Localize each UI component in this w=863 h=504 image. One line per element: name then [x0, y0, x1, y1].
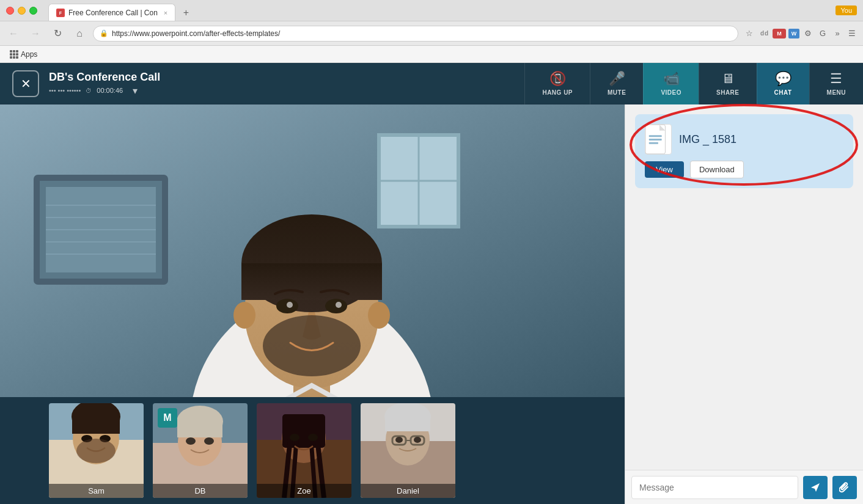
microphone-icon: 🎤 — [609, 71, 625, 87]
phone-hang-up-icon: 📵 — [549, 71, 566, 87]
new-tab-button[interactable]: + — [178, 5, 194, 21]
chat-input-area — [625, 470, 863, 504]
bookmarks-bar: Apps — [0, 46, 863, 63]
address-bar[interactable]: 🔒 https://www.powerpoint.com/after-effec… — [93, 26, 738, 42]
screen-share-icon: 🖥 — [721, 71, 735, 87]
settings-icon[interactable]: ⚙ — [802, 27, 814, 40]
chat-panel: IMG _ 1581 View Download — [625, 104, 863, 504]
browser-frame: F Free Conference Call | Con × + You ← →… — [0, 0, 863, 504]
tab-bar: F Free Conference Call | Con × + — [48, 0, 194, 21]
menu-label: MENU — [827, 89, 846, 96]
tab-title: Free Conference Call | Con — [68, 9, 158, 17]
file-actions: View Download — [645, 161, 843, 178]
call-number: ••• ••• •••••• — [49, 87, 81, 94]
nav-bar: ← → ↻ ⌂ 🔒 https://www.powerpoint.com/aft… — [0, 21, 863, 46]
app-content: ✕ DB's Conference Call ••• ••• •••••• ⏱ … — [0, 63, 863, 504]
svg-point-48 — [290, 434, 299, 441]
participant-thumbnail-zoe[interactable]: Zoe — [257, 403, 351, 498]
url-text: https://www.powerpoint.com/after-effects… — [112, 29, 732, 38]
chat-bubble-icon: 💬 — [775, 71, 791, 87]
minimize-window-button[interactable] — [18, 7, 26, 15]
download-file-button[interactable]: Download — [690, 161, 744, 178]
extensions-icon[interactable]: d d — [758, 27, 770, 40]
clock-icon: ⏱ — [86, 87, 92, 94]
svg-rect-37 — [177, 422, 222, 437]
video-camera-icon: 📹 — [663, 71, 680, 87]
call-title: DB's Conference Call — [49, 71, 160, 84]
hamburger-icon[interactable]: ☰ — [846, 27, 858, 40]
svg-point-23 — [336, 302, 342, 308]
chat-file-header: IMG _ 1581 — [645, 124, 843, 155]
share-button[interactable]: 🖥 SHARE — [699, 63, 757, 104]
hang-up-button[interactable]: 📵 HANG UP — [524, 63, 590, 104]
extensions-menu-icon[interactable]: G — [817, 27, 829, 40]
db-m-badge: M — [158, 408, 177, 428]
share-label: SHARE — [716, 89, 740, 96]
svg-rect-54 — [385, 417, 430, 431]
thumbnail-strip: Sam M — [0, 397, 625, 504]
bookmark-star-icon[interactable]: ☆ — [743, 27, 755, 40]
participant-name-daniel: Daniel — [361, 484, 455, 498]
menu-button[interactable]: ☰ MENU — [809, 63, 863, 104]
browser-tab[interactable]: F Free Conference Call | Con × — [48, 4, 175, 21]
video-label: VIDEO — [661, 89, 681, 96]
lock-icon: 🔒 — [100, 29, 108, 37]
back-button[interactable]: ← — [5, 25, 22, 42]
apps-grid-icon — [10, 50, 18, 59]
tab-favicon: F — [56, 9, 65, 17]
main-video — [0, 104, 625, 397]
message-input[interactable] — [631, 476, 798, 499]
view-file-button[interactable]: View — [645, 161, 684, 178]
gmail-icon[interactable]: M — [773, 29, 786, 38]
home-button[interactable]: ⌂ — [71, 25, 88, 42]
dropdown-arrow-icon[interactable]: ▾ — [133, 85, 138, 97]
svg-point-18 — [233, 302, 255, 329]
chat-messages: IMG _ 1581 View Download — [625, 104, 863, 470]
call-meta: ••• ••• •••••• ⏱ 00:00:46 ▾ — [49, 85, 160, 97]
svg-point-19 — [368, 302, 390, 329]
call-nav: ✕ DB's Conference Call ••• ••• •••••• ⏱ … — [0, 63, 863, 104]
traffic-lights — [6, 7, 37, 15]
participant-thumbnail-sam[interactable]: Sam — [49, 403, 144, 498]
chat-file-card: IMG _ 1581 View Download — [635, 114, 853, 188]
svg-point-32 — [76, 439, 116, 463]
attach-file-button[interactable] — [832, 476, 857, 499]
participant-name-db: DB — [153, 484, 248, 498]
video-button[interactable]: 📹 VIDEO — [643, 63, 699, 104]
svg-point-38 — [186, 437, 196, 445]
mute-button[interactable]: 🎤 MUTE — [590, 63, 643, 104]
file-icon — [645, 124, 672, 155]
docs-icon[interactable]: W — [788, 29, 799, 38]
maximize-window-button[interactable] — [29, 7, 37, 15]
participant-thumbnail-db[interactable]: M DB — [153, 403, 248, 498]
nav-actions: ☆ d d M W ⚙ G » ☰ — [743, 27, 858, 40]
close-call-button[interactable]: ✕ — [12, 70, 39, 97]
close-window-button[interactable] — [6, 7, 14, 15]
hang-up-label: HANG UP — [542, 89, 573, 96]
file-name: IMG _ 1581 — [679, 133, 736, 146]
user-badge: You — [835, 5, 857, 15]
svg-point-39 — [204, 437, 214, 445]
chat-label: CHAT — [774, 89, 792, 96]
forward-button[interactable]: → — [27, 25, 44, 42]
svg-point-59 — [414, 437, 421, 443]
paperclip-icon — [839, 482, 850, 493]
video-area: Sam M — [0, 104, 625, 504]
call-info: DB's Conference Call ••• ••• •••••• ⏱ 00… — [49, 71, 160, 97]
nav-controls: 📵 HANG UP 🎤 MUTE 📹 VIDEO 🖥 SHARE 💬 — [524, 63, 863, 104]
participant-thumbnail-daniel[interactable]: Daniel — [361, 403, 455, 498]
participant-name-sam: Sam — [49, 484, 144, 498]
mute-label: MUTE — [608, 89, 626, 96]
svg-point-49 — [308, 434, 318, 441]
apps-bookmark[interactable]: Apps — [5, 49, 42, 60]
more-tools-icon[interactable]: » — [831, 27, 843, 40]
svg-point-22 — [287, 302, 293, 308]
tab-close-button[interactable]: × — [164, 9, 167, 16]
svg-point-58 — [395, 437, 403, 443]
call-timer: 00:00:46 — [97, 87, 123, 94]
menu-lines-icon: ☰ — [830, 71, 842, 87]
refresh-button[interactable]: ↻ — [49, 25, 66, 42]
svg-rect-17 — [241, 263, 382, 300]
chat-button[interactable]: 💬 CHAT — [757, 63, 809, 104]
send-message-button[interactable] — [803, 476, 828, 499]
